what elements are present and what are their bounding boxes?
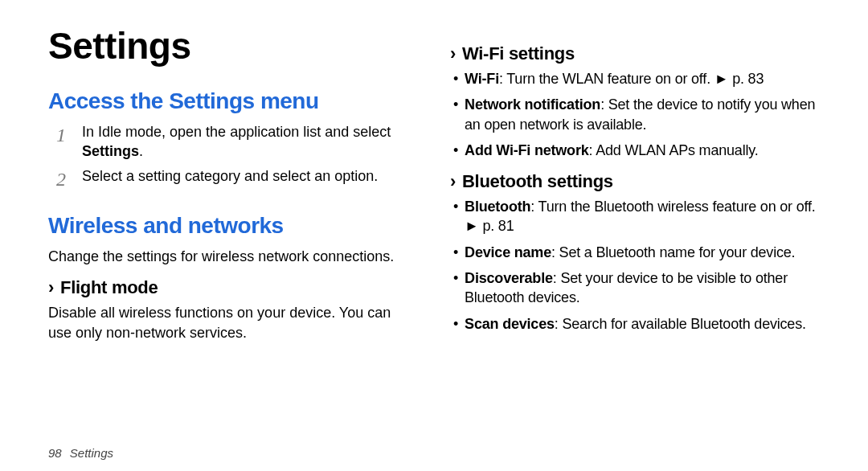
subheading-bluetooth-settings: › Bluetooth settings bbox=[450, 171, 820, 192]
subheading-wifi-settings: › Wi-Fi settings bbox=[450, 43, 820, 64]
step-text-post: . bbox=[139, 143, 143, 159]
wifi-bullets: Wi-Fi: Turn the WLAN feature on or off. … bbox=[450, 69, 820, 160]
step-number: 2 bbox=[56, 166, 77, 192]
subheading-flight-mode: › Flight mode bbox=[48, 277, 418, 298]
page-title: Settings bbox=[48, 24, 418, 68]
bullet-bold: Add Wi-Fi network bbox=[465, 142, 588, 158]
page-content: Settings Access the Settings menu 1 In I… bbox=[0, 0, 868, 358]
subheading-label: Bluetooth settings bbox=[462, 171, 613, 192]
chevron-icon: › bbox=[450, 43, 456, 64]
bullet-text: : Search for available Bluetooth devices… bbox=[555, 316, 806, 332]
list-item: Device name: Set a Bluetooth name for yo… bbox=[453, 243, 820, 262]
right-column: › Wi-Fi settings Wi-Fi: Turn the WLAN fe… bbox=[450, 24, 820, 342]
heading-wireless-networks: Wireless and networks bbox=[48, 213, 418, 239]
bullet-bold: Network notification bbox=[465, 96, 600, 113]
access-steps-list: 1 In Idle mode, open the application lis… bbox=[48, 122, 418, 192]
bullet-text: : Set a Bluetooth name for your device. bbox=[551, 244, 795, 260]
heading-access-settings: Access the Settings menu bbox=[48, 88, 418, 114]
step-2: 2 Select a setting category and select a… bbox=[56, 166, 418, 192]
bluetooth-bullets: Bluetooth: Turn the Bluetooth wireless f… bbox=[450, 197, 820, 334]
list-item: Scan devices: Search for available Bluet… bbox=[453, 314, 820, 334]
bullet-bold: Discoverable bbox=[465, 270, 553, 286]
list-item: Wi-Fi: Turn the WLAN feature on or off. … bbox=[453, 69, 820, 88]
chevron-icon: › bbox=[450, 171, 456, 192]
footer-section: Settings bbox=[70, 446, 113, 460]
list-item: Discoverable: Set your device to be visi… bbox=[453, 268, 820, 308]
step-1: 1 In Idle mode, open the application lis… bbox=[56, 122, 418, 162]
wireless-description: Change the settings for wireless network… bbox=[48, 247, 418, 266]
bullet-text: : Add WLAN APs manually. bbox=[589, 142, 759, 158]
step-text: In Idle mode, open the application list … bbox=[82, 122, 418, 162]
bullet-text: : Turn the WLAN feature on or off. ► p. … bbox=[499, 71, 764, 87]
left-column: Settings Access the Settings menu 1 In I… bbox=[48, 24, 418, 342]
list-item: Network notification: Set the device to … bbox=[453, 95, 820, 134]
step-text: Select a setting category and select an … bbox=[82, 166, 418, 192]
subheading-label: Wi-Fi settings bbox=[462, 43, 575, 64]
page-number: 98 bbox=[48, 446, 62, 460]
step-text-pre: In Idle mode, open the application list … bbox=[82, 124, 391, 140]
list-item: Add Wi-Fi network: Add WLAN APs manually… bbox=[453, 141, 820, 160]
step-number: 1 bbox=[56, 122, 77, 162]
bullet-bold: Scan devices bbox=[465, 316, 555, 332]
flight-mode-description: Disable all wireless functions on your d… bbox=[48, 303, 418, 342]
subheading-label: Flight mode bbox=[60, 277, 158, 298]
page-footer: 98 Settings bbox=[48, 446, 113, 460]
chevron-icon: › bbox=[48, 277, 54, 298]
list-item: Bluetooth: Turn the Bluetooth wireless f… bbox=[453, 197, 820, 236]
bullet-bold: Wi-Fi bbox=[465, 71, 499, 87]
step-text-bold: Settings bbox=[82, 143, 139, 159]
bullet-bold: Device name bbox=[465, 244, 551, 260]
bullet-bold: Bluetooth bbox=[465, 199, 530, 215]
